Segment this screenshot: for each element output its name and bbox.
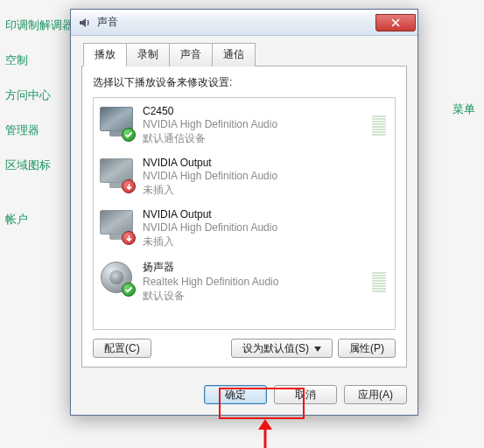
tab-recording[interactable]: 录制: [126, 43, 170, 66]
apply-button[interactable]: 应用(A): [344, 385, 407, 404]
device-name: NVIDIA Output: [143, 157, 386, 169]
bg-right-text: 菜单: [452, 102, 475, 117]
close-icon: [391, 18, 400, 27]
bg-link[interactable]: 印调制解调器: [5, 18, 74, 33]
tab-communications[interactable]: 通信: [212, 43, 256, 66]
set-default-button[interactable]: 设为默认值(S): [231, 339, 333, 358]
properties-button[interactable]: 属性(P): [338, 339, 396, 358]
sound-dialog: 声音 播放 录制 声音 通信 选择以下播放设备来修改设置:: [70, 9, 418, 416]
annotation-arrow-icon: [252, 419, 278, 448]
chevron-down-icon: [314, 342, 321, 354]
bg-link[interactable]: 帐户: [5, 212, 74, 228]
bg-link[interactable]: 空制: [5, 52, 74, 68]
cancel-button[interactable]: 取消: [274, 385, 337, 404]
tabs: 播放 录制 声音 通信: [83, 43, 407, 66]
device-list[interactable]: C2450 NVIDIA High Definition Audio 默认通信设…: [93, 97, 396, 330]
monitor-icon: [99, 157, 134, 192]
device-row[interactable]: NVIDIA Output NVIDIA High Definition Aud…: [94, 151, 395, 203]
bg-link[interactable]: 方问中心: [5, 88, 74, 103]
device-status: 未插入: [143, 183, 386, 198]
tab-sounds[interactable]: 声音: [169, 43, 213, 66]
device-name: C2450: [143, 105, 372, 117]
device-detail: NVIDIA High Definition Audio: [143, 118, 372, 130]
check-badge-icon: [122, 128, 136, 142]
device-row[interactable]: C2450 NVIDIA High Definition Audio 默认通信设…: [94, 100, 395, 151]
background-left-links: 印调制解调器 空制 方问中心 管理器 区域图标 帐户: [5, 0, 74, 228]
device-status: 未插入: [143, 234, 386, 249]
tab-panel-playback: 选择以下播放设备来修改设置: C2450 NVIDIA High Definit…: [81, 66, 407, 368]
device-status: 默认通信设备: [143, 131, 372, 146]
device-status: 默认设备: [143, 289, 372, 304]
speaker-sysicon: [78, 16, 92, 30]
bg-link[interactable]: 区域图标: [5, 158, 74, 173]
dialog-title: 声音: [97, 15, 118, 30]
check-badge-icon: [122, 283, 136, 297]
speaker-icon: [99, 260, 134, 295]
bg-link[interactable]: 管理器: [5, 122, 74, 138]
close-button[interactable]: [375, 14, 416, 32]
device-detail: Realtek High Definition Audio: [143, 276, 372, 288]
panel-description: 选择以下播放设备来修改设置:: [93, 75, 396, 90]
dialog-bottom-buttons: 确定 取消 应用(A): [71, 376, 417, 415]
ok-button[interactable]: 确定: [204, 385, 267, 404]
device-row[interactable]: 扬声器 Realtek High Definition Audio 默认设备: [94, 255, 395, 309]
device-detail: NVIDIA High Definition Audio: [143, 170, 386, 182]
monitor-icon: [99, 208, 134, 243]
device-row[interactable]: NVIDIA Output NVIDIA High Definition Aud…: [94, 203, 395, 255]
level-meter-icon: [372, 116, 386, 136]
monitor-icon: [99, 105, 134, 140]
level-meter-icon: [372, 272, 386, 292]
set-default-label: 设为默认值(S): [242, 341, 309, 356]
device-name: NVIDIA Output: [143, 208, 386, 220]
device-detail: NVIDIA High Definition Audio: [143, 221, 386, 234]
titlebar[interactable]: 声音: [71, 10, 417, 36]
configure-button[interactable]: 配置(C): [93, 339, 151, 358]
device-name: 扬声器: [143, 260, 372, 275]
tab-playback[interactable]: 播放: [83, 43, 127, 66]
arrow-down-badge-icon: [122, 179, 136, 193]
arrow-down-badge-icon: [122, 231, 136, 245]
